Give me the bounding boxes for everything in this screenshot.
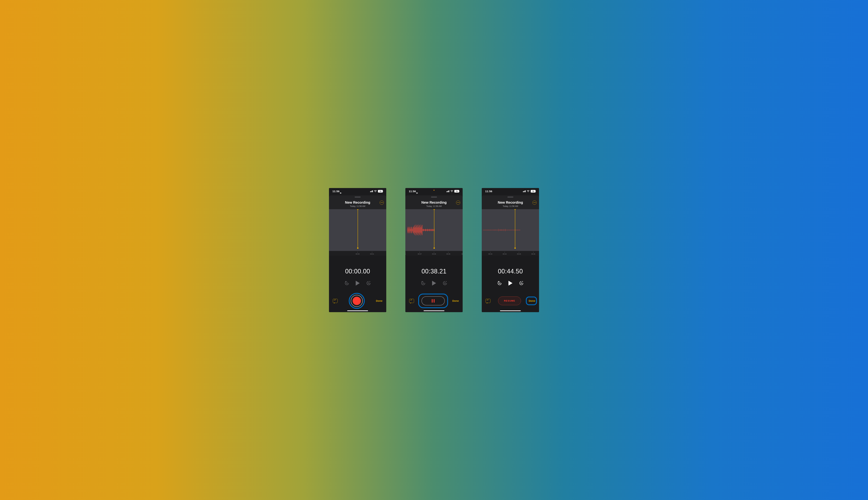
ruler-tick: 00:38 bbox=[432, 252, 436, 255]
svg-rect-94 bbox=[487, 230, 487, 230]
svg-rect-90 bbox=[485, 229, 486, 230]
svg-rect-89 bbox=[485, 230, 485, 230]
svg-rect-31 bbox=[417, 225, 417, 235]
svg-rect-86 bbox=[484, 230, 484, 230]
svg-rect-116 bbox=[494, 230, 494, 230]
home-indicator[interactable] bbox=[424, 310, 444, 311]
recording-subtitle: Today, 11:56 AM bbox=[331, 205, 384, 207]
svg-rect-92 bbox=[486, 230, 486, 230]
svg-rect-79 bbox=[433, 229, 434, 231]
svg-rect-122 bbox=[496, 230, 496, 230]
timeline-ruler[interactable]: 00:0000:01 bbox=[329, 251, 386, 255]
home-indicator[interactable] bbox=[500, 310, 521, 311]
wifi-icon bbox=[527, 190, 530, 192]
skip-back-15-button[interactable]: 15 bbox=[421, 281, 426, 286]
recording-subtitle: Today, 11:56 AM bbox=[408, 205, 460, 207]
ruler-tick: 00:45 bbox=[517, 252, 521, 255]
done-button[interactable]: Done bbox=[453, 299, 459, 302]
bottom-toolbar: ” Done bbox=[406, 293, 462, 309]
svg-rect-146 bbox=[504, 230, 504, 230]
skip-back-15-button[interactable]: 15 bbox=[497, 281, 502, 286]
sheet-header: New Recording Today, 11:56 AM bbox=[329, 195, 386, 209]
svg-rect-120 bbox=[495, 229, 495, 230]
status-bar: 11:56 75 bbox=[406, 188, 462, 194]
ruler-tick: 00:44 bbox=[503, 252, 507, 255]
cellular-icon bbox=[523, 190, 526, 192]
svg-rect-145 bbox=[504, 230, 504, 230]
record-button[interactable] bbox=[351, 295, 363, 307]
bottom-toolbar: ” RESUME Done bbox=[482, 293, 539, 309]
home-indicator[interactable] bbox=[347, 310, 368, 311]
recording-title[interactable]: New Recording bbox=[331, 201, 384, 205]
recording-title[interactable]: New Recording bbox=[408, 201, 460, 205]
status-bar: 11:56 75 bbox=[329, 188, 386, 194]
time-counter: 00:44.50 bbox=[482, 268, 539, 275]
phone-screen-1: 11:56 75 New Recording Today, 11:56 AM 0… bbox=[329, 188, 386, 312]
svg-rect-147 bbox=[504, 229, 505, 230]
svg-rect-143 bbox=[503, 230, 503, 230]
ruler-tick: 00:39 bbox=[446, 252, 450, 255]
svg-rect-141 bbox=[502, 229, 503, 230]
battery-indicator: 75 bbox=[454, 190, 459, 193]
svg-text:15: 15 bbox=[444, 282, 446, 284]
time-counter: 00:00.00 bbox=[329, 268, 386, 275]
svg-rect-118 bbox=[494, 230, 495, 230]
svg-rect-150 bbox=[505, 229, 506, 230]
timeline-ruler[interactable]: 600:3700:3800:3900: bbox=[406, 251, 462, 255]
svg-rect-172 bbox=[513, 230, 513, 230]
ruler-tick: 00:01 bbox=[370, 252, 374, 255]
play-button[interactable] bbox=[509, 281, 513, 286]
transcript-button[interactable]: ” bbox=[333, 299, 338, 303]
done-button[interactable]: Done bbox=[529, 299, 535, 302]
waveform-area[interactable] bbox=[329, 209, 386, 251]
play-button[interactable] bbox=[356, 281, 360, 286]
svg-rect-28 bbox=[416, 225, 416, 236]
svg-rect-149 bbox=[505, 229, 505, 231]
svg-rect-151 bbox=[506, 230, 506, 230]
svg-text:15: 15 bbox=[367, 282, 369, 284]
svg-rect-30 bbox=[416, 228, 417, 232]
svg-rect-168 bbox=[512, 229, 512, 230]
skip-forward-15-button[interactable]: 15 bbox=[366, 281, 371, 286]
status-bar: 11:56 75 bbox=[482, 188, 539, 194]
playhead[interactable] bbox=[434, 209, 434, 248]
svg-rect-135 bbox=[500, 229, 501, 230]
more-options-button[interactable] bbox=[533, 201, 537, 205]
svg-rect-169 bbox=[512, 230, 512, 230]
transcript-button[interactable]: ” bbox=[486, 299, 490, 303]
recording-title[interactable]: New Recording bbox=[484, 201, 537, 205]
svg-rect-144 bbox=[503, 229, 504, 231]
svg-text:15: 15 bbox=[422, 282, 424, 284]
playhead[interactable] bbox=[515, 209, 515, 248]
waveform-area[interactable] bbox=[482, 209, 539, 251]
svg-rect-170 bbox=[512, 230, 513, 230]
svg-rect-34 bbox=[418, 227, 418, 233]
svg-rect-32 bbox=[417, 225, 418, 236]
transport-controls: 15 15 bbox=[406, 281, 462, 286]
svg-rect-140 bbox=[502, 230, 502, 230]
svg-rect-154 bbox=[507, 230, 507, 230]
waveform-area[interactable] bbox=[406, 209, 462, 251]
skip-back-15-button[interactable]: 15 bbox=[344, 281, 350, 286]
timeline-ruler[interactable]: 00:4300:4400:4500:46 bbox=[482, 251, 539, 255]
transcript-button[interactable]: ” bbox=[409, 299, 414, 303]
skip-forward-15-button[interactable]: 15 bbox=[442, 281, 447, 286]
skip-forward-15-button[interactable]: 15 bbox=[519, 281, 524, 286]
sheet-header: New Recording Today, 11:56 AM bbox=[482, 195, 539, 209]
play-button[interactable] bbox=[432, 281, 436, 286]
more-options-button[interactable] bbox=[380, 201, 384, 205]
svg-rect-85 bbox=[483, 230, 484, 230]
status-time: 11:56 bbox=[332, 190, 340, 193]
svg-rect-148 bbox=[505, 230, 505, 230]
resume-button[interactable]: RESUME bbox=[498, 296, 521, 305]
more-options-button[interactable] bbox=[456, 201, 460, 205]
done-button[interactable]: Done bbox=[376, 299, 382, 302]
ruler-tick: 00:00 bbox=[356, 252, 360, 255]
ruler-tick: 6 bbox=[406, 252, 406, 255]
svg-rect-29 bbox=[416, 226, 416, 234]
pause-button[interactable] bbox=[422, 296, 445, 305]
svg-rect-174 bbox=[514, 229, 514, 230]
svg-rect-91 bbox=[486, 230, 486, 230]
svg-text:15: 15 bbox=[520, 282, 522, 284]
playhead[interactable] bbox=[358, 209, 358, 248]
